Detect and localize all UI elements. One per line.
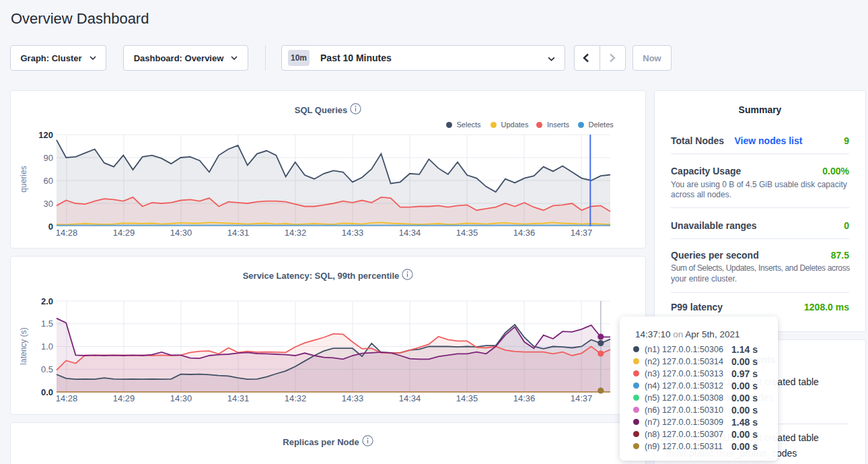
svg-text:1.5: 1.5 (41, 319, 53, 329)
svg-text:14:34: 14:34 (399, 393, 421, 403)
svg-text:0.0: 0.0 (41, 387, 53, 397)
svg-text:1.0: 1.0 (41, 341, 53, 352)
svg-text:90: 90 (44, 153, 53, 163)
svg-text:14:31: 14:31 (227, 393, 250, 403)
svg-text:14:28: 14:28 (56, 393, 78, 403)
svg-text:0: 0 (48, 222, 53, 232)
svg-text:latency (s): latency (s) (19, 327, 28, 364)
svg-text:14:32: 14:32 (285, 393, 307, 403)
svg-text:14:32: 14:32 (285, 228, 307, 238)
svg-text:14:36: 14:36 (513, 228, 536, 238)
svg-text:14:34: 14:34 (399, 228, 421, 238)
svg-text:14:37: 14:37 (571, 393, 593, 403)
svg-text:14:36: 14:36 (513, 393, 536, 403)
svg-text:60: 60 (44, 176, 53, 186)
svg-text:14:35: 14:35 (456, 393, 478, 403)
svg-text:2.0: 2.0 (41, 296, 53, 306)
svg-text:30: 30 (44, 199, 53, 209)
svg-text:14:29: 14:29 (113, 393, 135, 403)
svg-text:14:28: 14:28 (56, 228, 78, 238)
svg-text:14:29: 14:29 (113, 228, 135, 238)
svg-text:120: 120 (38, 130, 53, 140)
svg-text:0.5: 0.5 (41, 364, 53, 374)
svg-text:14:33: 14:33 (342, 393, 364, 403)
svg-text:14:30: 14:30 (170, 228, 192, 238)
svg-text:14:35: 14:35 (456, 228, 478, 238)
svg-text:14:33: 14:33 (342, 228, 364, 238)
svg-text:14:30: 14:30 (170, 393, 192, 403)
svg-text:14:31: 14:31 (227, 228, 250, 238)
svg-text:queries: queries (19, 166, 28, 192)
svg-text:14:37: 14:37 (571, 228, 593, 238)
